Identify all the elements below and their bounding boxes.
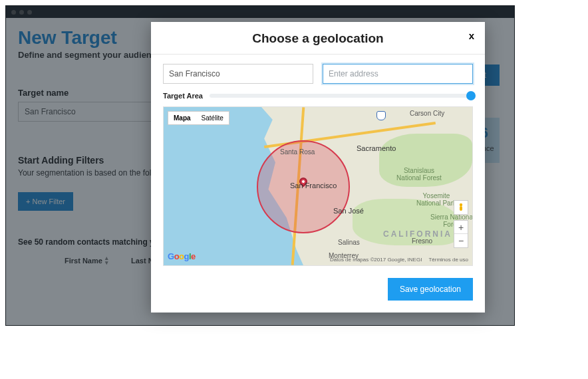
slider-thumb[interactable] bbox=[466, 91, 476, 100]
city-label: Carson City bbox=[410, 110, 444, 117]
modal-title: Choose a geolocation bbox=[151, 31, 485, 46]
map-canvas[interactable]: San Francisco San José Sacramento Santa … bbox=[163, 106, 473, 266]
close-icon[interactable]: x bbox=[469, 30, 474, 41]
location-input[interactable] bbox=[163, 64, 313, 84]
zoom-in-button[interactable]: + bbox=[454, 221, 468, 234]
zoom-out-button[interactable]: − bbox=[454, 234, 468, 247]
highway-shield-icon bbox=[376, 111, 386, 120]
address-input[interactable] bbox=[323, 64, 473, 84]
map-type-map[interactable]: Mapa bbox=[168, 112, 196, 124]
target-area-slider[interactable] bbox=[210, 94, 473, 98]
city-label: Salinas bbox=[338, 239, 360, 246]
forest-label: Stanislaus National Forest bbox=[392, 167, 446, 182]
svg-rect-1 bbox=[460, 206, 462, 211]
geolocation-modal: Choose a geolocation x Target Area San F… bbox=[151, 22, 485, 313]
map-attribution: Datos de mapas ©2017 Google, INEGITérmin… bbox=[323, 257, 468, 263]
google-logo: Google bbox=[168, 251, 196, 261]
streetview-pegman-icon[interactable] bbox=[454, 200, 468, 215]
state-label: CALIFORNIA bbox=[383, 229, 452, 239]
map-type-satellite[interactable]: Satélite bbox=[196, 112, 229, 124]
city-label: San José bbox=[333, 207, 364, 215]
city-label: Sacramento bbox=[357, 144, 396, 152]
city-label: Santa Rosa bbox=[280, 148, 315, 156]
svg-point-0 bbox=[460, 203, 462, 206]
save-geolocation-button[interactable]: Save geolocation bbox=[388, 278, 473, 301]
target-area-label: Target Area bbox=[163, 92, 203, 100]
city-label: San Francisco bbox=[290, 182, 337, 190]
map-type-toggle[interactable]: Mapa Satélite bbox=[168, 111, 229, 125]
map-zoom-control: + − bbox=[454, 220, 468, 248]
